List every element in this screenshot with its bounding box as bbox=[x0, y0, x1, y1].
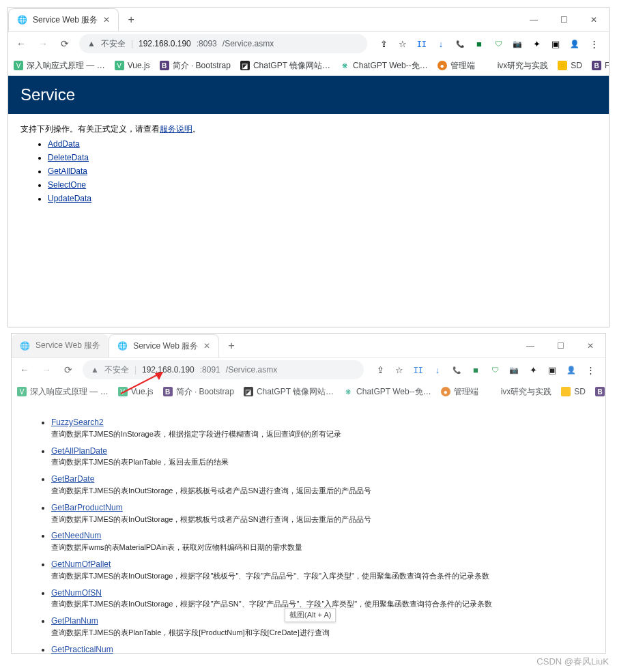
ext1-icon[interactable]: ⵊⵊ bbox=[416, 38, 427, 49]
minimize-button[interactable]: — bbox=[519, 9, 549, 31]
maximize-button[interactable]: ☐ bbox=[549, 9, 579, 31]
operation-item: AddData bbox=[48, 139, 597, 149]
bookmark-icon bbox=[558, 61, 567, 70]
titlebar: 🌐 Service Web 服务 ✕ + — ☐ ✕ bbox=[8, 8, 609, 32]
bookmark-item[interactable]: ivx研究与实践 bbox=[488, 386, 552, 398]
bookmark-item[interactable]: ❋ChatGPT Web--免… bbox=[343, 386, 431, 398]
ext1-icon[interactable]: ⵊⵊ bbox=[413, 364, 424, 375]
reload-button[interactable]: ⟳ bbox=[61, 362, 76, 377]
forward-button[interactable]: → bbox=[35, 36, 51, 51]
reload-button[interactable]: ⟳ bbox=[57, 36, 72, 51]
square-icon[interactable]: ▣ bbox=[550, 38, 561, 49]
bookmark-icon: B bbox=[160, 61, 169, 70]
operation-desc: 查询数据库TJMES的表InOutStorage，根据字段"产品SN"、字段"产… bbox=[51, 600, 492, 608]
bookmark-icon bbox=[561, 387, 571, 396]
close-icon[interactable]: ✕ bbox=[203, 341, 210, 351]
url-box[interactable]: ▲ 不安全 | 192.168.0.190:8093/Service.asmx bbox=[79, 34, 367, 53]
bookmark-icon: ◪ bbox=[244, 387, 253, 396]
puzzle-icon[interactable]: ✦ bbox=[531, 38, 542, 49]
user-icon[interactable]: 👤 bbox=[569, 38, 580, 49]
bookmark-item[interactable]: VVue.js bbox=[118, 387, 154, 396]
bookmark-icon: ❋ bbox=[343, 387, 353, 396]
tab-active[interactable]: 🌐 Service Web 服务 ✕ bbox=[8, 8, 119, 31]
camera-icon[interactable]: 📷 bbox=[508, 364, 519, 375]
url-box[interactable]: ▲ 不安全 | 192.168.0.190:8091/Service.asmx bbox=[83, 360, 364, 379]
operation-link[interactable]: GetPracticalNum bbox=[51, 645, 113, 654]
menu-icon[interactable]: ⋮ bbox=[588, 38, 599, 49]
operation-link[interactable]: DeleteData bbox=[48, 153, 89, 162]
new-tab-button[interactable]: + bbox=[222, 336, 241, 355]
operation-item: GetPracticalNum查询数据库TJMES的表PlanTable bbox=[51, 644, 593, 654]
operation-item: GetAllData bbox=[48, 166, 597, 176]
user-icon[interactable]: 👤 bbox=[566, 364, 577, 375]
titlebar: 🌐 Service Web 服务 🌐 Service Web 服务 ✕ + — … bbox=[12, 334, 605, 358]
bookmark-item[interactable]: ❋ChatGPT Web--免… bbox=[340, 60, 428, 72]
operation-link[interactable]: GetNumOfSN bbox=[51, 588, 102, 598]
operation-item: SelectOne bbox=[48, 180, 597, 190]
shield-icon[interactable]: 🛡 bbox=[489, 364, 500, 375]
forward-button[interactable]: → bbox=[39, 362, 54, 377]
bookmark-item[interactable]: ivx研究与实践 bbox=[485, 60, 549, 72]
close-icon[interactable]: ✕ bbox=[103, 15, 110, 25]
browser-window-2: 🌐 Service Web 服务 🌐 Service Web 服务 ✕ + — … bbox=[11, 333, 606, 654]
bookmark-item[interactable]: ●管理端 bbox=[441, 386, 478, 398]
camera-icon[interactable]: 📷 bbox=[512, 38, 523, 49]
bookmark-item[interactable]: V深入响应式原理 — … bbox=[17, 386, 109, 398]
puzzle-icon[interactable]: ✦ bbox=[528, 364, 539, 375]
phone-icon[interactable]: 📞 bbox=[455, 38, 465, 49]
bookmark-item[interactable]: B简介 · Bootstrap bbox=[160, 60, 231, 72]
phone-icon[interactable]: 📞 bbox=[451, 364, 462, 375]
bookmark-item[interactable]: VVue.js bbox=[115, 61, 150, 70]
bookmark-item[interactable]: V深入响应式原理 — … bbox=[14, 60, 105, 72]
page-content[interactable]: FuzzySearch2查询数据库TJMES的InStorage表，根据指定字段… bbox=[12, 402, 605, 654]
bookmark-item[interactable]: ●管理端 bbox=[437, 60, 475, 72]
menu-icon[interactable]: ⋮ bbox=[585, 364, 596, 375]
operation-item: GetBarProductNum查询数据库TJMES的表InOutStorage… bbox=[51, 502, 593, 525]
bookmark-item[interactable]: SD bbox=[558, 61, 582, 70]
down-icon[interactable]: ↓ bbox=[432, 364, 443, 375]
new-tab-button[interactable]: + bbox=[121, 10, 141, 29]
shield-icon[interactable]: 🛡 bbox=[493, 38, 504, 49]
tab-active[interactable]: 🌐 Service Web 服务 ✕ bbox=[109, 334, 219, 357]
back-button[interactable]: ← bbox=[17, 362, 32, 377]
close-button[interactable]: ✕ bbox=[579, 9, 609, 31]
bookmark-item[interactable]: ◪ChatGPT 镜像网站… bbox=[240, 60, 330, 72]
green-icon[interactable]: ■ bbox=[474, 38, 485, 49]
bookmark-item[interactable]: BFlex弹性布局 · Bo… bbox=[592, 60, 609, 72]
operation-link[interactable]: GetAllPlanDate bbox=[51, 446, 107, 456]
maximize-button[interactable]: ☐ bbox=[545, 335, 575, 357]
bookmark-item[interactable]: ◪ChatGPT 镜像网站… bbox=[244, 386, 334, 398]
bookmark-item[interactable]: SD bbox=[561, 387, 586, 396]
operation-link[interactable]: GetBarProductNum bbox=[51, 503, 123, 512]
tab-inactive[interactable]: 🌐 Service Web 服务 bbox=[12, 334, 109, 357]
operation-link[interactable]: GetAllData bbox=[48, 166, 87, 176]
intro-prefix: 支持下列操作。有关正式定义，请查看 bbox=[20, 124, 160, 134]
share-icon[interactable]: ⇪ bbox=[378, 38, 389, 49]
operation-link[interactable]: GetPlanNum bbox=[51, 616, 98, 626]
tab-title: Service Web 服务 bbox=[35, 340, 100, 351]
globe-icon: 🌐 bbox=[117, 341, 128, 351]
operation-link[interactable]: GetNumOfPallet bbox=[51, 559, 111, 569]
green-icon[interactable]: ■ bbox=[470, 364, 481, 375]
bookmark-label: 简介 · Bootstrap bbox=[176, 386, 234, 398]
bookmark-item[interactable]: BFlex弹性布局 · Bo… bbox=[595, 386, 605, 398]
service-desc-link[interactable]: 服务说明 bbox=[160, 124, 192, 134]
operation-link[interactable]: GetBarDate bbox=[51, 474, 94, 484]
bookmark-item[interactable]: B简介 · Bootstrap bbox=[163, 386, 234, 398]
operation-link[interactable]: FuzzySearch2 bbox=[51, 418, 104, 427]
toolbar-icons: ⇪ ☆ ⵊⵊ ↓ 📞 ■ 🛡 📷 ✦ ▣ 👤 ⋮ bbox=[374, 38, 603, 49]
back-button[interactable]: ← bbox=[14, 36, 29, 51]
down-icon[interactable]: ↓ bbox=[435, 38, 446, 49]
bookmark-label: ChatGPT Web--免… bbox=[356, 386, 431, 398]
share-icon[interactable]: ⇪ bbox=[375, 364, 386, 375]
operation-link[interactable]: AddData bbox=[48, 139, 80, 149]
operation-link[interactable]: SelectOne bbox=[48, 180, 86, 190]
url-path: /Service.asmx bbox=[223, 39, 274, 48]
operation-link[interactable]: UpdateData bbox=[48, 194, 91, 203]
square-icon[interactable]: ▣ bbox=[547, 364, 558, 375]
star-icon[interactable]: ☆ bbox=[397, 38, 408, 49]
operation-link[interactable]: GetNeedNum bbox=[51, 531, 101, 540]
close-button[interactable]: ✕ bbox=[575, 335, 605, 357]
star-icon[interactable]: ☆ bbox=[394, 364, 405, 375]
minimize-button[interactable]: — bbox=[515, 335, 545, 357]
